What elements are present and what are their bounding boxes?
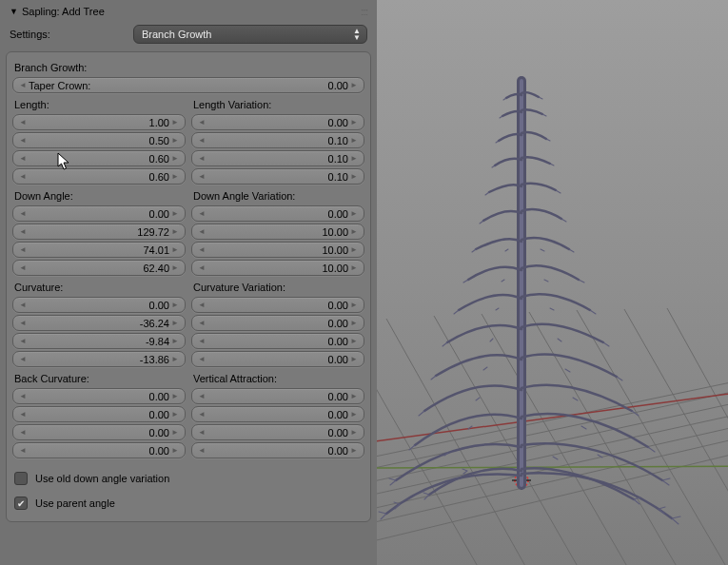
decrement-icon[interactable]: ◄ [19,81,27,89]
curvature-var-1[interactable]: ◄0.00► [191,315,364,331]
settings-dropdown[interactable]: Branch Growth ▲▼ [133,25,367,44]
taper-crown-value: 0.00 [90,80,350,91]
taper-crown-field[interactable]: ◄ Taper Crown: 0.00 ► [12,77,364,93]
branch-growth-title: Branch Growth: [12,58,364,77]
use-parent-angle-checkbox[interactable]: ✔ [14,497,28,510]
settings-row: Settings: Branch Growth ▲▼ [6,19,371,51]
increment-icon[interactable]: ► [350,81,358,89]
viewport-3d[interactable] [377,0,728,565]
length-0[interactable]: ◄1.00► [12,114,186,130]
curvature-3[interactable]: ◄-13.86► [12,351,186,367]
back-curv-0[interactable]: ◄0.00► [12,388,186,404]
vertical-attraction-title: Vertical Attraction: [191,369,364,388]
down-angle-0[interactable]: ◄0.00► [12,205,186,222]
taper-crown-label: Taper Crown: [27,80,90,91]
down-angle-variation-title: Down Angle Variation: [191,186,364,205]
down-angle-1[interactable]: ◄129.72► [12,224,186,240]
down-angle-var-0[interactable]: ◄0.00► [191,205,364,222]
vert-attr-1[interactable]: ◄0.00► [191,406,364,422]
length-2[interactable]: ◄0.60► [12,150,186,166]
old-down-angle-checkbox[interactable] [14,472,28,485]
vert-attr-3[interactable]: ◄0.00► [191,442,364,458]
down-angle-2[interactable]: ◄74.01► [12,242,186,258]
length-title: Length: [12,95,186,114]
tree-mesh [377,0,728,565]
back-curvature-title: Back Curvature: [12,369,186,388]
down-angle-3[interactable]: ◄62.40► [12,260,186,276]
length-3[interactable]: ◄0.60► [12,168,186,185]
vert-attr-2[interactable]: ◄0.00► [191,424,364,440]
curvature-0[interactable]: ◄0.00► [12,297,186,313]
panel-title: Sapling: Add Tree [22,6,344,17]
curvature-variation-title: Curvature Variation: [191,278,364,297]
panel-header[interactable]: ▼ Sapling: Add Tree :::: [6,4,371,19]
down-angle-var-2[interactable]: ◄10.00► [191,242,364,258]
down-angle-var-3[interactable]: ◄10.00► [191,260,364,276]
curvature-title: Curvature: [12,278,186,297]
old-down-angle-label: Use old down angle variation [35,473,169,484]
length-1[interactable]: ◄0.50► [12,132,186,148]
use-parent-angle-row[interactable]: ✔ Use parent angle [12,491,364,516]
length-variation-title: Length Variation: [191,95,364,114]
length-var-2[interactable]: ◄0.10► [191,150,364,166]
curvature-var-2[interactable]: ◄0.00► [191,333,364,349]
back-curv-1[interactable]: ◄0.00► [12,406,186,422]
settings-label: Settings: [10,29,126,40]
down-angle-var-1[interactable]: ◄10.00► [191,224,364,240]
curvature-2[interactable]: ◄-9.84► [12,333,186,349]
dropdown-arrows-icon: ▲▼ [353,28,361,41]
back-curv-3[interactable]: ◄0.00► [12,442,186,458]
dropdown-value: Branch Growth [142,29,211,40]
curvature-var-3[interactable]: ◄0.00► [191,351,364,367]
collapse-icon[interactable]: ▼ [10,7,18,16]
back-curv-2[interactable]: ◄0.00► [12,424,186,440]
curvature-1[interactable]: ◄-36.24► [12,315,186,331]
vert-attr-0[interactable]: ◄0.00► [191,388,364,404]
branch-growth-panel: Branch Growth: ◄ Taper Crown: 0.00 ► Len… [6,51,371,522]
operator-panel: ▼ Sapling: Add Tree :::: Settings: Branc… [0,0,377,565]
use-parent-angle-label: Use parent angle [35,497,115,509]
grip-icon[interactable]: :::: [348,7,367,17]
old-down-angle-row[interactable]: Use old down angle variation [12,466,364,491]
length-var-0[interactable]: ◄0.00► [191,114,364,130]
down-angle-title: Down Angle: [12,186,186,205]
length-var-1[interactable]: ◄0.10► [191,132,364,148]
length-var-3[interactable]: ◄0.10► [191,168,364,185]
curvature-var-0[interactable]: ◄0.00► [191,297,364,313]
